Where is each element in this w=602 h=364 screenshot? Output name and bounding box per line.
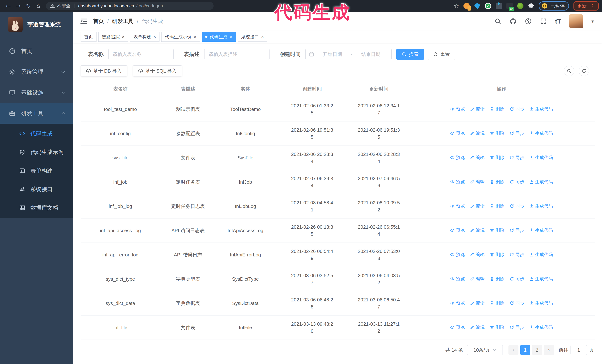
reset-button[interactable]: 重置 [428, 49, 455, 60]
edit-link[interactable]: 编辑 [470, 105, 484, 113]
table-desc-input[interactable] [204, 49, 269, 60]
extensions-puzzle-icon[interactable] [528, 3, 534, 9]
avatar-caret-icon[interactable]: ▾ [591, 19, 594, 24]
generate-code-link[interactable]: 生成代码 [529, 300, 553, 307]
delete-link[interactable]: 删除 [490, 154, 504, 161]
prev-page-button[interactable]: ‹ [508, 345, 518, 355]
fullscreen-icon[interactable] [540, 18, 547, 25]
sidebar-item-infra[interactable]: 基础设施 [0, 82, 73, 103]
delete-link[interactable]: 删除 [490, 275, 504, 282]
edit-link[interactable]: 编辑 [470, 227, 484, 234]
sidebar-item-form-builder[interactable]: 表单构建 [0, 161, 73, 180]
search-icon[interactable] [494, 18, 501, 25]
generate-code-link[interactable]: 生成代码 [529, 251, 553, 258]
extension-icon-grid[interactable] [496, 3, 502, 9]
sync-link[interactable]: 同步 [510, 251, 524, 258]
preview-link[interactable]: 预览 [450, 251, 465, 258]
browser-reload-button[interactable]: ↻ [23, 1, 33, 10]
page-button-1[interactable]: 1 [520, 345, 530, 355]
sync-link[interactable]: 同步 [510, 275, 524, 282]
sidebar-item-codegen[interactable]: 代码生成 [0, 125, 73, 143]
edit-link[interactable]: 编辑 [470, 154, 484, 161]
preview-link[interactable]: 预览 [450, 105, 465, 113]
edit-link[interactable]: 编辑 [470, 251, 484, 258]
github-icon[interactable] [510, 18, 516, 25]
preview-link[interactable]: 预览 [450, 324, 465, 331]
sync-link[interactable]: 同步 [510, 300, 524, 307]
close-icon[interactable]: × [261, 35, 264, 39]
edit-link[interactable]: 编辑 [470, 300, 484, 307]
edit-link[interactable]: 编辑 [470, 203, 484, 210]
preview-link[interactable]: 预览 [450, 130, 465, 137]
delete-link[interactable]: 删除 [490, 300, 504, 307]
extension-icon-check[interactable]: ✓ [485, 3, 491, 9]
preview-link[interactable]: 预览 [450, 154, 465, 161]
import-sql-button[interactable]: 基于 SQL 导入 [133, 65, 182, 76]
close-icon[interactable]: × [153, 35, 156, 39]
edit-link[interactable]: 编辑 [470, 130, 484, 137]
delete-link[interactable]: 删除 [490, 324, 504, 331]
page-size-select[interactable]: 10条/页 [467, 345, 503, 355]
sync-link[interactable]: 同步 [510, 227, 524, 234]
tab-home[interactable]: 首页 [81, 32, 97, 42]
delete-link[interactable]: 删除 [490, 203, 504, 210]
breadcrumb-home[interactable]: 首页 [93, 18, 104, 25]
generate-code-link[interactable]: 生成代码 [529, 324, 553, 331]
tab-codegen-example[interactable]: 代码生成示例× [161, 32, 200, 42]
generate-code-link[interactable]: 生成代码 [529, 154, 553, 161]
delete-link[interactable]: 删除 [490, 251, 504, 258]
date-range-picker[interactable]: 开始日期 - 结束日期 [305, 49, 392, 60]
toggle-search-button[interactable] [564, 66, 574, 76]
sync-link[interactable]: 同步 [510, 178, 524, 185]
sync-link[interactable]: 同步 [510, 105, 524, 113]
tab-form-builder[interactable]: 表单构建× [130, 32, 160, 42]
sidebar-item-system-api[interactable]: 系统接口 [0, 180, 73, 198]
search-button[interactable]: 搜索 [396, 49, 424, 60]
close-icon[interactable]: × [194, 35, 196, 39]
bookmark-star-icon[interactable]: ☆ [454, 2, 459, 10]
generate-code-link[interactable]: 生成代码 [529, 203, 553, 210]
help-icon[interactable] [525, 18, 532, 25]
text-size-icon[interactable]: tT [555, 18, 561, 25]
generate-code-link[interactable]: 生成代码 [529, 130, 553, 137]
sidebar-item-codegen-example[interactable]: 代码生成示例 [0, 143, 73, 161]
import-db-button[interactable]: 基于 DB 导入 [81, 65, 127, 76]
address-bar[interactable]: 不安全 dashboard.yudao.iocoder.cn/tool/code… [46, 2, 214, 10]
goto-page-input[interactable] [570, 345, 587, 355]
generate-code-link[interactable]: 生成代码 [529, 178, 553, 185]
extension-icon-orange[interactable] [463, 3, 470, 9]
extension-icon-gem[interactable] [474, 3, 481, 9]
preview-link[interactable]: 预览 [450, 275, 465, 282]
sync-link[interactable]: 同步 [510, 130, 524, 137]
delete-link[interactable]: 删除 [490, 178, 504, 185]
app-logo[interactable]: 芋道管理系统 [0, 12, 73, 34]
refresh-table-button[interactable] [579, 66, 589, 76]
close-icon[interactable]: × [122, 35, 124, 39]
edit-link[interactable]: 编辑 [470, 275, 484, 282]
sync-link[interactable]: 同步 [510, 154, 524, 161]
delete-link[interactable]: 删除 [490, 105, 504, 113]
sidebar-item-home[interactable]: 首页 [0, 41, 73, 62]
avatar[interactable] [569, 14, 583, 28]
page-button-2[interactable]: 2 [532, 345, 542, 355]
extension-icon-switch[interactable]: on [506, 3, 513, 9]
sync-link[interactable]: 同步 [510, 324, 524, 331]
table-name-input[interactable] [108, 49, 173, 60]
sync-link[interactable]: 同步 [510, 203, 524, 210]
close-icon[interactable]: × [230, 35, 232, 39]
delete-link[interactable]: 删除 [490, 130, 504, 137]
edit-link[interactable]: 编辑 [470, 178, 484, 185]
generate-code-link[interactable]: 生成代码 [529, 275, 553, 282]
edit-link[interactable]: 编辑 [470, 324, 484, 331]
update-button[interactable]: 更新 ⋮ [573, 1, 599, 10]
hamburger-icon[interactable] [80, 17, 88, 25]
tab-system-api[interactable]: 系统接口× [238, 32, 267, 42]
tab-trace[interactable]: 链路追踪× [98, 32, 128, 42]
next-page-button[interactable]: › [544, 345, 554, 355]
browser-back-button[interactable]: ← [3, 1, 13, 10]
generate-code-link[interactable]: 生成代码 [529, 227, 553, 234]
browser-home-button[interactable]: ⌂ [33, 1, 43, 10]
breadcrumb-devtools[interactable]: 研发工具 [112, 18, 134, 25]
browser-menu-icon[interactable]: ⋮ [590, 3, 595, 9]
preview-link[interactable]: 预览 [450, 178, 465, 185]
